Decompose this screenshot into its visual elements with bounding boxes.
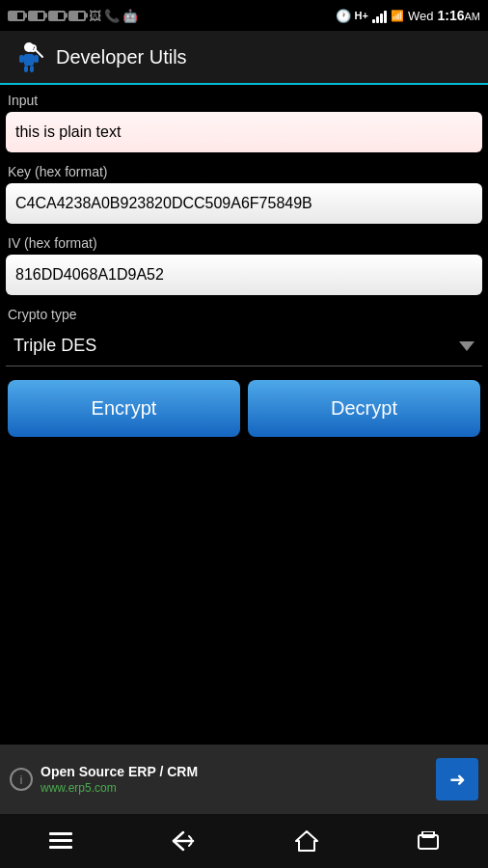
svg-rect-1 — [24, 54, 34, 66]
svg-rect-5 — [30, 66, 34, 72]
key-field[interactable] — [6, 183, 482, 224]
nav-back-button[interactable] — [170, 830, 197, 852]
input-field[interactable] — [6, 112, 482, 152]
app-icon — [12, 40, 46, 74]
ad-url: www.erp5.com — [41, 781, 428, 795]
svg-rect-9 — [49, 839, 72, 842]
ad-title: Open Source ERP / CRM — [41, 764, 428, 779]
battery-icon-4 — [68, 11, 86, 21]
svg-rect-4 — [24, 66, 28, 72]
battery-icon-2 — [28, 11, 45, 21]
iv-label: IV (hex format) — [6, 235, 482, 251]
status-left-icons: 🖼 📞 🤖 — [8, 9, 138, 23]
nav-menu-button[interactable] — [49, 832, 72, 850]
empty-area — [0, 454, 488, 597]
svg-rect-10 — [49, 846, 72, 849]
signal-bar-2 — [376, 16, 379, 23]
nav-bar — [0, 814, 488, 868]
signal-bars — [372, 8, 387, 23]
dropdown-arrow-icon — [459, 341, 474, 351]
ad-text-block: Open Source ERP / CRM www.erp5.com — [41, 764, 428, 795]
crypto-selected-value: Triple DES — [14, 336, 96, 356]
wifi-icon: 📶 — [391, 10, 404, 22]
network-type: H+ — [355, 10, 368, 21]
ad-arrow-button[interactable] — [436, 758, 478, 800]
signal-bar-4 — [384, 11, 387, 23]
nav-recent-button[interactable] — [417, 831, 440, 851]
input-label: Input — [6, 93, 482, 108]
phone-icon: 📞 — [104, 9, 120, 23]
signal-bar-1 — [372, 19, 375, 23]
encrypt-button[interactable]: Encrypt — [8, 380, 240, 437]
app-header: Developer Utils — [0, 31, 488, 85]
ad-banner[interactable]: i Open Source ERP / CRM www.erp5.com — [0, 745, 488, 814]
crypto-dropdown[interactable]: Triple DES — [6, 326, 482, 366]
svg-rect-3 — [34, 55, 39, 63]
status-right-icons: 🕐 H+ 📶 Wed 1:16AM — [336, 8, 480, 23]
key-label: Key (hex format) — [6, 164, 482, 179]
crypto-label: Crypto type — [6, 307, 482, 322]
battery-icon-3 — [48, 11, 66, 21]
time-ampm: AM — [465, 11, 481, 22]
time-digits: 1:16 — [437, 8, 464, 23]
signal-bar-3 — [380, 14, 383, 23]
status-day: Wed — [408, 9, 434, 23]
app-title: Developer Utils — [56, 46, 187, 68]
status-bar: 🖼 📞 🤖 🕐 H+ 📶 Wed 1:16AM — [0, 0, 488, 31]
status-time: 1:16AM — [437, 8, 480, 23]
svg-rect-8 — [49, 832, 72, 835]
nav-home-button[interactable] — [294, 829, 319, 853]
ad-info-icon: i — [10, 768, 33, 791]
clock-icon: 🕐 — [336, 9, 351, 23]
svg-rect-2 — [19, 55, 24, 63]
battery-icon-1 — [8, 11, 25, 21]
picture-icon: 🖼 — [89, 9, 101, 23]
decrypt-button[interactable]: Decrypt — [248, 380, 480, 437]
main-form: Input Key (hex format) IV (hex format) C… — [0, 85, 488, 454]
action-buttons: Encrypt Decrypt — [6, 380, 482, 437]
iv-field[interactable] — [6, 255, 482, 295]
android-icon: 🤖 — [122, 9, 138, 23]
